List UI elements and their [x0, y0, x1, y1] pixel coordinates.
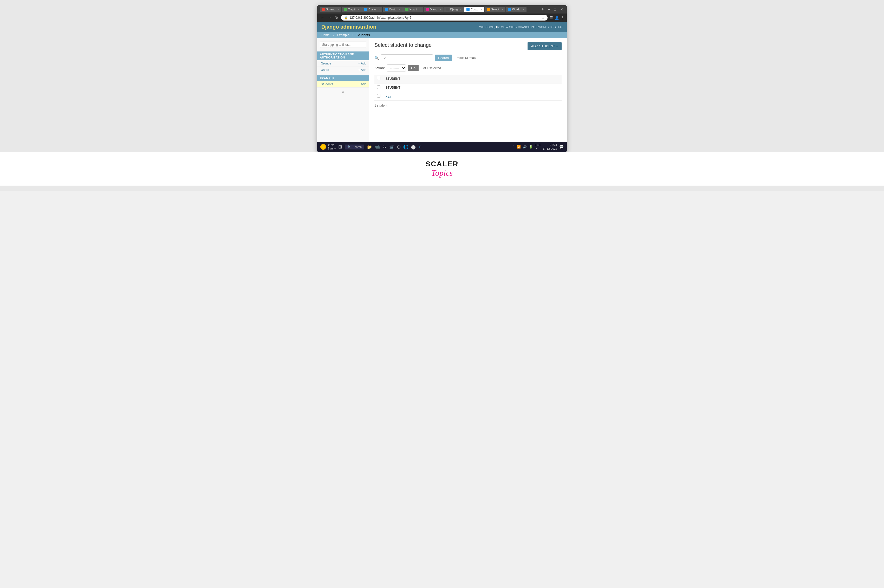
student-column-header: STUDENT — [383, 75, 561, 83]
taskbar-search[interactable]: 🔍 Search — [345, 144, 364, 150]
new-tab-button[interactable]: + — [540, 7, 545, 12]
action-bar: Action: -------- Go 0 of 1 selected — [374, 64, 561, 72]
row-checkbox[interactable] — [377, 94, 380, 98]
tab-close-howt[interactable]: ✕ — [419, 8, 421, 11]
network-icon[interactable]: 📶 — [517, 145, 521, 149]
system-tray-icon[interactable]: ⌃ — [512, 145, 515, 149]
browser-tab-word[interactable]: Wordc ✕ — [506, 7, 527, 12]
auth-section-title: AUTHENTICATION AND AUTHORIZATION — [317, 51, 369, 60]
chrome-icon[interactable]: ⬤ — [411, 144, 416, 150]
tab-label-django1: Djang — [430, 8, 437, 11]
tab-label-gmail: Spread — [326, 8, 335, 11]
page-title: Select student to change — [374, 42, 432, 48]
browser-icon[interactable]: 🌐 — [403, 144, 408, 150]
scaler-section: SCALER Topics — [0, 152, 884, 186]
students-add-link[interactable]: + Add — [358, 82, 366, 86]
vscode-icon[interactable]: ♢ — [418, 144, 422, 150]
sidebar-collapse-button[interactable]: « — [317, 88, 369, 96]
select-all-checkbox[interactable] — [377, 76, 380, 80]
add-student-button[interactable]: ADD STUDENT + — [528, 42, 561, 50]
table-row: xyz — [374, 92, 561, 100]
minimize-icon[interactable]: − — [547, 8, 551, 12]
tab-close-select[interactable]: ✕ — [501, 8, 503, 11]
django-title: Django administration — [321, 24, 376, 30]
profile-icon[interactable]: 👤 — [555, 16, 559, 20]
browser-tab-howt[interactable]: How t ✕ — [403, 7, 423, 12]
address-text[interactable]: 127.0.0.1:8000/admin/example/student/?q=… — [350, 16, 540, 20]
taskbar-search-icon: 🔍 — [347, 145, 351, 149]
weather-description: Sunny — [327, 147, 336, 150]
tab-close-custom3[interactable]: ✕ — [480, 8, 482, 11]
sidebar-item-users: Users + Add — [317, 67, 369, 73]
terminal-icon[interactable]: ⬡ — [397, 144, 401, 150]
tab-label-custom2: Custo — [389, 8, 396, 11]
groups-add-link[interactable]: + Add — [358, 62, 366, 65]
tab-close-django2[interactable]: ✕ — [460, 8, 462, 11]
change-password-link[interactable]: CHANGE PASSWORD — [518, 26, 547, 28]
menu-icon[interactable]: ⋮ — [561, 16, 564, 20]
tab-close-custom1[interactable]: ✕ — [378, 8, 380, 11]
star-icon[interactable]: ☆ — [542, 16, 545, 20]
breadcrumb-home[interactable]: Home — [321, 33, 330, 37]
browser-tab-trapti[interactable]: Trapti ✕ — [342, 7, 362, 12]
tab-close-trapti[interactable]: ✕ — [357, 8, 360, 11]
tab-label-custom1: Custo — [368, 8, 376, 11]
lock-icon: 🔒 — [344, 16, 348, 20]
users-add-link[interactable]: + Add — [358, 68, 366, 72]
scaler-bottom-text: Topics — [425, 168, 458, 178]
sidebar-filter-input[interactable] — [320, 42, 366, 48]
logout-link[interactable]: LOG OUT — [549, 26, 563, 28]
students-link[interactable]: Students — [321, 82, 333, 86]
breadcrumb-example[interactable]: Example — [337, 33, 349, 37]
taskbar: 21°C Sunny ⊞ 🔍 Search 📁 📹 🗂 🛒 ⬡ 🌐 ⬤ ♢ — [317, 142, 567, 152]
close-icon[interactable]: ✕ — [559, 8, 564, 12]
tab-favicon-custom1 — [364, 8, 368, 11]
browser-tab-django1[interactable]: Djang ✕ — [423, 7, 444, 12]
search-button[interactable]: Search — [435, 55, 452, 61]
action-select[interactable]: -------- — [387, 64, 406, 72]
notification-icon[interactable]: 💬 — [559, 145, 564, 149]
tab-label-select: Select — [491, 8, 499, 11]
store-icon[interactable]: 🛒 — [389, 144, 395, 150]
tab-label-custom3: Custo — [471, 8, 478, 11]
maximize-icon[interactable]: □ — [553, 8, 557, 12]
student-link[interactable]: xyz — [386, 94, 391, 98]
sidebar-item-students: Students + Add — [317, 81, 369, 88]
view-site-link[interactable]: VIEW SITE — [501, 26, 516, 28]
example-section-title: EXAMPLE — [317, 75, 369, 81]
forward-button[interactable]: → — [327, 16, 332, 20]
tab-favicon-gmail — [322, 8, 325, 11]
tab-close-word[interactable]: ✕ — [522, 8, 524, 11]
tab-label-word: Wordc — [512, 8, 521, 11]
browser-tab-django2[interactable]: Djang ✕ — [444, 7, 464, 12]
extensions-icon[interactable]: ☰ — [549, 16, 553, 20]
example-section: EXAMPLE Students + Add — [317, 75, 369, 88]
groups-link[interactable]: Groups — [321, 62, 331, 65]
back-button[interactable]: ← — [320, 16, 325, 20]
volume-icon[interactable]: 🔊 — [523, 145, 527, 149]
browser-tab-gmail[interactable]: Spread ✕ — [320, 7, 341, 12]
file-explorer-icon[interactable]: 📁 — [367, 144, 372, 150]
search-result-count: 1 result (3 total) — [454, 56, 476, 60]
search-input[interactable] — [381, 54, 433, 62]
tab-close-gmail[interactable]: ✕ — [337, 8, 339, 11]
users-link[interactable]: Users — [321, 68, 329, 72]
browser-tab-custom3[interactable]: Custo ✕ — [464, 7, 484, 12]
battery-icon[interactable]: 🔋 — [529, 145, 533, 149]
row-checkbox-header[interactable] — [377, 86, 380, 89]
folder-icon[interactable]: 🗂 — [383, 144, 387, 149]
browser-tab-custom2[interactable]: Custo ✕ — [383, 7, 403, 12]
meet-icon[interactable]: 📹 — [375, 144, 380, 150]
tab-favicon-howt — [405, 8, 408, 11]
browser-tab-custom1[interactable]: Custo ✕ — [362, 7, 382, 12]
windows-start-icon[interactable]: ⊞ — [338, 144, 342, 150]
tab-close-django1[interactable]: ✕ — [440, 8, 441, 11]
tab-favicon-custom2 — [385, 8, 388, 11]
browser-tab-select[interactable]: Select ✕ — [485, 7, 506, 12]
auth-section: AUTHENTICATION AND AUTHORIZATION Groups … — [317, 51, 369, 73]
tab-close-custom2[interactable]: ✕ — [399, 8, 401, 11]
tab-label-trapti: Trapti — [348, 8, 356, 11]
reload-button[interactable]: ↻ — [335, 16, 339, 20]
action-go-button[interactable]: Go — [408, 65, 419, 71]
tab-favicon-custom3 — [467, 8, 470, 11]
